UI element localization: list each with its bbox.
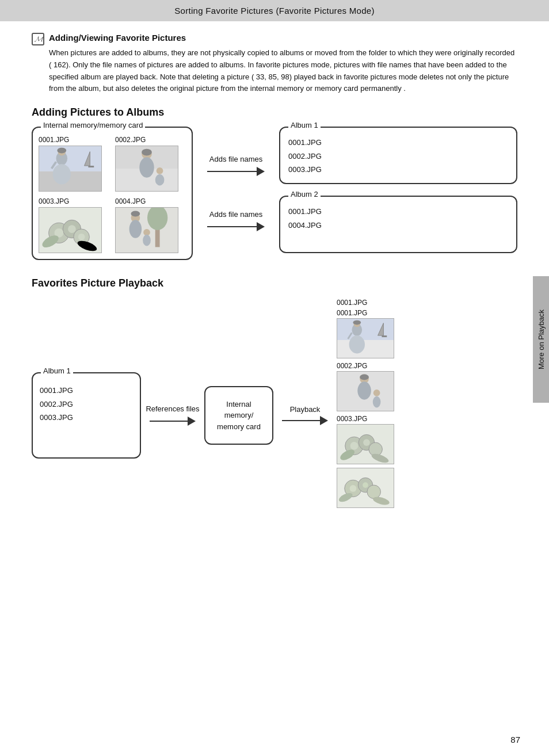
internal-memory-pb-box: Internal memory/ memory card <box>204 386 273 445</box>
note-icon: 𝓜 <box>32 33 44 45</box>
photo-item-4: 0004.JPG <box>115 197 186 253</box>
svg-point-30 <box>129 220 142 238</box>
svg-point-40 <box>353 320 361 325</box>
svg-point-60 <box>367 485 381 499</box>
playback-section-title: Favorites Picture Playback <box>32 277 517 289</box>
album1-files: 0001.JPG 0002.JPG 0003.JPG <box>288 136 508 176</box>
photo-img-1 <box>39 146 102 192</box>
photo-img-2 <box>115 146 178 192</box>
playback-arrow-icon <box>282 415 328 426</box>
album1-label: Album 1 <box>288 121 321 129</box>
svg-point-47 <box>373 390 380 396</box>
svg-point-15 <box>157 167 163 174</box>
adding-section-title: Adding Pictures to Albums <box>32 106 517 119</box>
album1-file-2: 0002.JPG <box>288 150 508 163</box>
svg-point-53 <box>350 442 359 450</box>
main-content: 𝓜 Adding/Viewing Favorite Pictures When … <box>0 21 549 520</box>
album2-box: Album 2 0001.JPG 0004.JPG <box>279 196 517 253</box>
side-tab: More on Playback <box>533 276 549 403</box>
pb-file-2: 0002.JPG <box>337 362 367 370</box>
svg-point-22 <box>68 225 76 233</box>
arrow2-label: Adds file names <box>209 210 263 219</box>
arrow-section: Adds file names Adds file names <box>193 127 279 260</box>
svg-point-14 <box>142 149 152 156</box>
arrow2 <box>207 221 265 232</box>
note-body: When pictures are added to albums, they … <box>49 47 517 95</box>
pb-photo-row-4 <box>337 468 394 508</box>
playback-arrow-section: Playback <box>276 405 334 426</box>
side-tab-label: More on Playback <box>537 310 546 369</box>
pb-album1-label: Album 1 <box>41 366 73 375</box>
photos-grid: 0001.JPG <box>39 136 186 253</box>
album2-file-1: 0001.JPG <box>288 205 508 218</box>
arrow1-label: Adds file names <box>209 155 263 163</box>
album2-label: Album 2 <box>288 190 321 198</box>
references-arrow: References files <box>144 404 201 427</box>
albums-section: Album 1 0001.JPG 0002.JPG 0003.JPG Album… <box>279 127 517 260</box>
svg-rect-4 <box>88 166 94 167</box>
pb-photo-label-1: 0001.JPG <box>337 299 367 307</box>
internal-memory-pb-label: Internal memory/ memory card <box>214 399 264 433</box>
album1-file-3: 0003.JPG <box>288 163 508 176</box>
pb-photo-1 <box>337 318 394 358</box>
pb-file-1: 0001.JPG <box>337 309 367 317</box>
pb-file-3: 0003.JPG <box>337 415 367 423</box>
photo-item-3: 0003.JPG <box>39 197 109 253</box>
svg-point-48 <box>373 396 381 408</box>
svg-rect-1 <box>39 146 101 171</box>
playback-right-col: 0001.JPG <box>337 309 394 508</box>
album2-file-2: 0004.JPG <box>288 219 508 232</box>
note-content: Adding/Viewing Favorite Pictures When pi… <box>49 33 517 95</box>
svg-point-54 <box>363 439 370 446</box>
photo-label-2: 0002.JPG <box>115 136 146 144</box>
album1-box: Album 1 0001.JPG 0002.JPG 0003.JPG <box>279 127 517 184</box>
pb-album1-file-2: 0002.JPG <box>40 398 133 411</box>
arrow-row-1: Adds file names <box>207 155 265 177</box>
svg-point-61 <box>350 485 357 492</box>
svg-point-16 <box>155 174 165 186</box>
note-title: Adding/Viewing Favorite Pictures <box>49 33 517 43</box>
photo-item-2: 0002.JPG <box>115 136 186 192</box>
photo-item-1: 0001.JPG <box>39 136 109 192</box>
pb-photo-row-1: 0001.JPG <box>337 309 394 358</box>
pb-album1-file-1: 0001.JPG <box>40 384 133 397</box>
references-label: References files <box>146 404 199 414</box>
album2-files: 0001.JPG 0004.JPG <box>288 205 508 232</box>
album1-file-1: 0001.JPG <box>288 136 508 149</box>
page-number: 87 <box>510 735 520 744</box>
internal-memory-label: Internal memory/memory card <box>41 121 145 129</box>
svg-point-9 <box>53 164 71 184</box>
svg-point-23 <box>78 234 85 240</box>
pb-album1-files: 0001.JPG 0002.JPG 0003.JPG <box>40 384 133 424</box>
note-section: 𝓜 Adding/Viewing Favorite Pictures When … <box>32 33 517 95</box>
pb-photo-2 <box>337 371 394 411</box>
page-header: Sorting Favorite Pictures (Favorite Pict… <box>0 0 549 21</box>
svg-rect-37 <box>382 335 387 337</box>
photo-label-1: 0001.JPG <box>39 136 69 144</box>
pb-photo-row-2: 0002.JPG <box>337 362 394 411</box>
photo-img-4 <box>115 207 178 253</box>
photo-img-3 <box>39 207 102 253</box>
svg-point-45 <box>357 382 371 400</box>
adding-diagram: Internal memory/memory card 0001.JPG <box>32 127 517 260</box>
pb-photo-4 <box>337 468 394 508</box>
playback-flow: Album 1 0001.JPG 0002.JPG 0003.JPG Refer… <box>32 372 337 459</box>
svg-point-31 <box>131 211 140 217</box>
svg-point-46 <box>360 375 369 380</box>
arrow-row-2: Adds file names <box>207 210 265 232</box>
header-title: Sorting Favorite Pictures (Favorite Pict… <box>174 6 375 16</box>
pb-photo-3 <box>337 424 394 464</box>
pb-album1-box: Album 1 0001.JPG 0002.JPG 0003.JPG <box>32 372 141 459</box>
playback-arrow-label: Playback <box>290 405 321 414</box>
pb-photo-row-3: 0003.JPG <box>337 415 394 464</box>
svg-point-42 <box>349 335 365 353</box>
svg-point-13 <box>139 158 154 178</box>
svg-point-62 <box>363 482 368 488</box>
photo-label-4: 0004.JPG <box>115 197 146 205</box>
references-arrow-icon <box>150 415 196 427</box>
internal-memory-box: Internal memory/memory card 0001.JPG <box>32 127 193 260</box>
photo-label-3: 0003.JPG <box>39 197 69 205</box>
svg-point-33 <box>143 235 151 246</box>
playback-diagram: 0001.JPG Album 1 0001.JPG 0002.JPG 0003.… <box>32 297 517 508</box>
pb-album1-file-3: 0003.JPG <box>40 411 133 424</box>
